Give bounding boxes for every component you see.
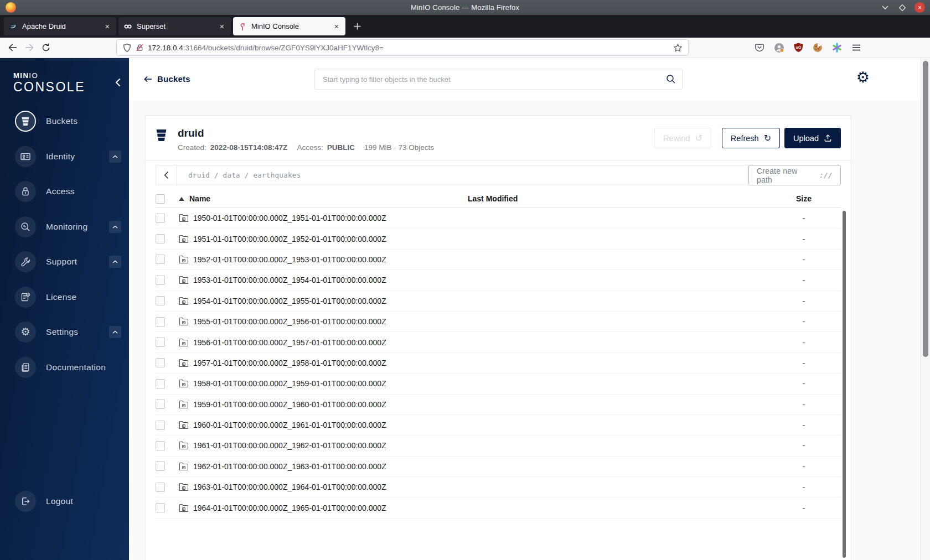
current-path[interactable]: druid / data / earthquakes [188,171,301,179]
session-asterisk-icon[interactable] [831,42,843,53]
window-maximize-icon[interactable] [897,3,907,13]
table-row[interactable]: 1956-01-01T00:00:00.000Z_1957-01-01T00:0… [156,332,841,352]
menu-hamburger-icon[interactable] [851,42,862,53]
table-row[interactable]: 1959-01-01T00:00:00.000Z_1960-01-01T00:0… [156,395,841,415]
browser-tab[interactable]: Apache Druid × [4,17,116,35]
table-row[interactable]: 1953-01-01T00:00:00.000Z_1954-01-01T00:0… [156,270,841,291]
sidebar-collapse-icon[interactable] [115,78,121,87]
object-name: 1963-01-01T00:00:00.000Z_1964-01-01T00:0… [193,483,386,491]
browser-tab[interactable]: Superset × [118,17,231,35]
create-new-path-button[interactable]: Create new path :// [748,165,841,185]
table-row[interactable]: 1954-01-01T00:00:00.000Z_1955-01-01T00:0… [156,291,841,312]
forward-button[interactable] [21,40,38,55]
table-row[interactable]: 1962-01-01T00:00:00.000Z_1963-01-01T00:0… [156,457,841,477]
browser-tab[interactable]: MinIO Console × [233,17,345,35]
back-to-buckets-link[interactable]: Buckets [144,74,190,84]
chevron-up-icon[interactable] [109,221,121,233]
object-name: 1954-01-01T00:00:00.000Z_1955-01-01T00:0… [193,297,386,305]
row-checkbox[interactable] [156,421,165,430]
upload-button-label: Upload [793,134,819,143]
tab-close-icon[interactable]: × [333,22,340,31]
sidebar-item-label: Monitoring [46,222,87,232]
row-checkbox[interactable] [156,379,165,388]
select-all-checkbox[interactable] [156,194,165,204]
tab-close-icon[interactable]: × [104,22,111,31]
sidebar-item[interactable]: Support [15,250,121,274]
page-scrollbar[interactable] [921,58,930,560]
row-checkbox[interactable] [156,234,165,243]
url-bar[interactable]: 172.18.0.4:31664/buckets/druid/browse/ZG… [116,39,689,56]
row-checkbox[interactable] [156,358,165,367]
row-checkbox[interactable] [156,400,165,409]
row-checkbox[interactable] [156,276,165,285]
chevron-up-icon[interactable] [109,256,121,268]
account-icon[interactable] [773,42,784,53]
bucket-card: druid Created: 2022-08-15T14:08:47Z Acce… [145,115,851,560]
row-checkbox[interactable] [156,462,165,471]
filter-objects-input[interactable] [314,69,683,90]
row-checkbox[interactable] [156,338,165,347]
sidebar-item[interactable]: Identity [15,144,121,169]
table-row[interactable]: 1955-01-01T00:00:00.000Z_1956-01-01T00:0… [156,312,841,332]
row-checkbox[interactable] [156,317,165,326]
sidebar-item[interactable]: Monitoring [15,215,121,239]
sidebar-item-label: Settings [46,327,78,337]
page-scrollbar-thumb[interactable] [923,61,928,357]
row-checkbox[interactable] [156,503,165,512]
row-checkbox[interactable] [156,483,165,492]
table-row[interactable]: 1950-01-01T00:00:00.000Z_1951-01-01T00:0… [156,208,841,229]
sidebar-item-icon-circle [15,357,36,378]
sort-ascending-icon[interactable] [179,197,184,201]
ublock-icon[interactable]: uO [793,42,804,53]
tab-title: Apache Druid [22,22,104,30]
table-row[interactable]: 1951-01-01T00:00:00.000Z_1952-01-01T00:0… [156,229,841,249]
upload-button[interactable]: Upload [784,128,841,148]
cookie-icon[interactable] [812,42,823,53]
row-checkbox[interactable] [156,214,165,223]
breadcrumb: druid / data / earthquakes [156,165,748,185]
chevron-up-icon[interactable] [109,151,121,163]
object-name: 1955-01-01T00:00:00.000Z_1956-01-01T00:0… [193,317,386,326]
tab-close-icon[interactable]: × [218,22,226,31]
table-row[interactable]: 1958-01-01T00:00:00.000Z_1959-01-01T00:0… [156,374,841,394]
objects-table-body: 1950-01-01T00:00:00.000Z_1951-01-01T00:0… [146,208,851,518]
tracking-shield-icon[interactable] [122,43,132,53]
sidebar-item[interactable]: Documentation [15,355,121,380]
reload-button[interactable] [38,40,54,55]
sidebar-item[interactable]: Access [15,179,121,204]
row-checkbox[interactable] [156,441,165,450]
rewind-button[interactable]: Rewind ↺ [654,128,711,148]
path-back-icon[interactable] [156,165,177,185]
table-row[interactable]: 1960-01-01T00:00:00.000Z_1961-01-01T00:0… [156,415,841,435]
chevron-up-icon[interactable] [109,326,121,338]
window-minimize-icon[interactable] [880,3,890,13]
bucket-meta: Created: 2022-08-15T14:08:47Z Access: PU… [178,143,434,152]
row-checkbox[interactable] [156,296,165,305]
sidebar-item[interactable]: ⚙ Settings [15,320,121,344]
url-text[interactable]: 172.18.0.4:31664/buckets/druid/browse/ZG… [148,44,384,52]
table-row[interactable]: 1952-01-01T00:00:00.000Z_1953-01-01T00:0… [156,250,841,270]
sidebar-item[interactable]: License [15,285,121,309]
sidebar-item-logout[interactable]: Logout [15,489,121,514]
new-tab-button[interactable] [349,18,365,35]
row-checkbox[interactable] [156,255,165,264]
table-row[interactable]: 1957-01-01T00:00:00.000Z_1958-01-01T00:0… [156,353,841,374]
refresh-button[interactable]: Refresh ↻ [722,128,780,148]
window-close-icon[interactable]: × [914,2,925,13]
created-value: 2022-08-15T14:08:47Z [210,143,288,152]
table-scrollbar[interactable] [843,211,846,558]
name-column-header[interactable]: Name [189,194,210,203]
table-row[interactable]: 1963-01-01T00:00:00.000Z_1964-01-01T00:0… [156,477,841,497]
size-column-header[interactable]: Size [767,194,841,203]
table-row[interactable]: 1964-01-01T00:00:00.000Z_1965-01-01T00:0… [156,497,841,518]
identity-card-icon [20,151,31,162]
pocket-icon[interactable] [754,42,765,53]
back-button[interactable] [4,40,21,55]
table-row[interactable]: 1961-01-01T00:00:00.000Z_1962-01-01T00:0… [156,435,841,456]
last-modified-column-header[interactable]: Last Modified [468,194,767,203]
bookmark-star-icon[interactable] [673,43,683,53]
insecure-lock-icon[interactable] [136,43,144,52]
object-size: - [767,255,841,264]
sidebar-item[interactable]: Buckets [15,109,121,133]
settings-gear-icon-top[interactable]: ⚙ [856,70,870,85]
